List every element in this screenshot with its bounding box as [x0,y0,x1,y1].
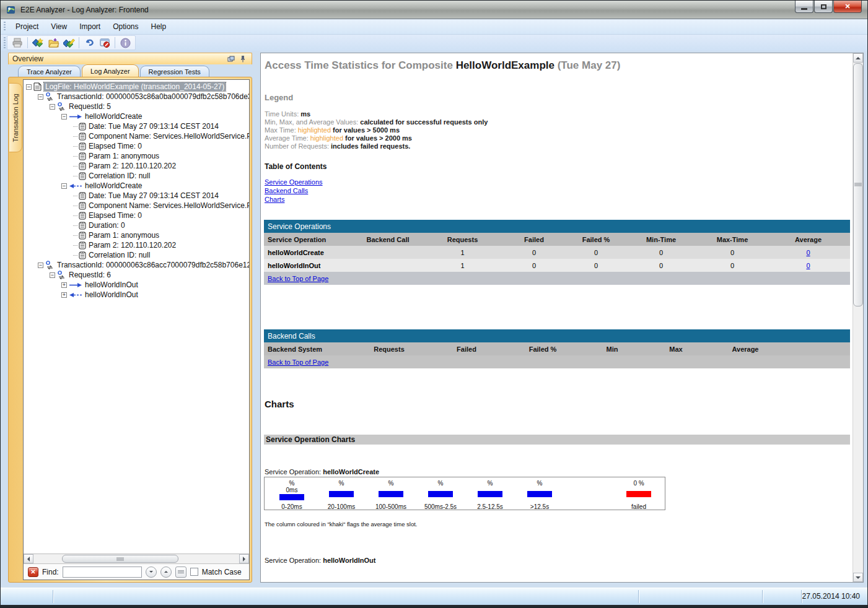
float-window-icon[interactable] [226,54,236,63]
tree-row[interactable]: Elapsed Time: 0 [26,141,249,151]
doc-icon [79,212,86,220]
undo-icon[interactable] [82,36,96,50]
report-vertical-scrollbar[interactable] [853,53,863,582]
tab-regression-tests[interactable]: Regression Tests [140,66,209,77]
tree-horizontal-scrollbar[interactable] [24,554,249,563]
tree-row[interactable]: Date: Tue May 27 09:13:14 CEST 2014 [26,121,249,131]
tree-row[interactable]: −TransactionId: 000000063c86acc7000079df… [26,260,249,270]
tree-row[interactable]: Param 1: anonymous [26,230,249,240]
table-cell: 0 [698,259,766,272]
chart-1-title: Service Operation: helloWorldCreate [265,468,379,476]
toc-link-backend-calls[interactable]: Backend Calls [265,187,323,194]
chart-column-2.5-12.5s: %2.5-12.5s [465,477,515,511]
chart-bar [626,491,651,497]
menu-item-options[interactable]: Options [107,20,144,33]
scroll-thumb[interactable] [853,63,863,306]
analyzer-run-icon[interactable] [31,36,45,50]
table-cell: 0 [698,246,766,259]
report-content: Access Time Statistics for Composite Hel… [261,53,853,582]
find-previous-icon[interactable] [160,567,172,578]
tree-row[interactable]: −LogFile: HelloWorldExample (transaction… [26,82,249,92]
tree-row[interactable]: −TransactionId: 000000053c86a0ba000079df… [26,92,249,102]
tree-expander-icon[interactable]: − [38,94,43,100]
scroll-right-icon[interactable] [239,554,249,563]
workspace: Overview Trace AnalyzerLog AnalyzerRegre… [1,51,867,587]
scroll-left-icon[interactable] [24,554,33,563]
average-link[interactable]: 0 [806,249,810,256]
back-to-top-link[interactable]: Back to Top of Page [268,358,328,366]
table-row: helloWorldCreate100000 [264,246,850,259]
tree-node-label: helloWorldCreate [85,112,142,121]
transaction-log-side-tab[interactable]: Transaction Log [9,83,22,152]
scroll-down-icon[interactable] [853,573,863,582]
arrow-left-icon [69,292,82,298]
table-cell: 0 [568,259,624,272]
scroll-thumb[interactable] [62,555,178,563]
chart-bar [279,494,304,500]
open-log-icon[interactable] [46,36,60,50]
analyzer-edit-icon[interactable] [62,36,76,50]
legend-text: Average Time: [265,134,310,142]
info-icon[interactable] [118,36,132,50]
find-next-icon[interactable] [146,567,157,578]
minimize-button[interactable] [795,1,813,13]
match-case-checkbox[interactable] [190,568,198,576]
toc-link-charts[interactable]: Charts [265,196,323,203]
highlight-all-icon[interactable] [175,567,186,578]
tree-row[interactable]: Correlation ID: null [26,250,249,260]
restore-button[interactable] [814,1,833,13]
column-header: Requests [351,342,427,355]
tree-row[interactable]: Duration: 0 [26,220,249,230]
tree-row[interactable]: −helloWorldCreate [26,111,249,121]
backend-calls-table: Backend CallsBackend SystemRequestsFaile… [264,329,850,368]
tree-row[interactable]: +helloWorldInOut [26,280,249,290]
tree-row[interactable]: Param 2: 120.110.120.202 [26,161,249,171]
tree-row[interactable]: +helloWorldInOut [26,290,249,300]
doc-icon [79,251,86,259]
toc-link-service-operations[interactable]: Service Operations [265,178,323,186]
tree-expander-icon[interactable]: − [50,104,55,110]
menu-item-help[interactable]: Help [145,20,173,33]
tree-row[interactable]: Date: Tue May 27 09:13:14 CEST 2014 [26,191,249,201]
tree-row[interactable]: Component Name: Services.HelloWorldServi… [26,131,249,141]
chart-column-0-20ms: %0ms0-20ms [267,477,317,511]
tree-row[interactable]: Param 2: 120.110.120.202 [26,240,249,250]
close-button[interactable]: ✕ [833,1,862,13]
table-cell [351,246,425,259]
request-icon [57,271,66,279]
tree-expander-icon[interactable]: + [61,282,67,288]
tree-row[interactable]: Param 1: anonymous [26,151,249,161]
printer-icon[interactable] [11,36,24,50]
find-input[interactable] [63,567,142,578]
chart-percent-label: % [317,480,366,487]
tree-expander-icon[interactable]: + [61,292,67,298]
tree-row[interactable]: Elapsed Time: 0 [26,211,249,220]
table-cell: helloWorldInOut [264,259,351,272]
tree-row[interactable]: −helloWorldCreate [26,181,249,191]
tab-log-analyzer[interactable]: Log Analyzer [82,64,139,77]
column-header-row: Backend SystemRequestsFailedFailed %MinM… [264,342,850,355]
menu-item-import[interactable]: Import [73,20,107,33]
find-close-button[interactable]: ✕ [28,567,38,577]
screen-capture-icon[interactable] [98,36,112,50]
tree-node-label: Param 2: 120.110.120.202 [89,241,176,250]
tree-expander-icon[interactable]: − [61,114,67,119]
scroll-up-icon[interactable] [853,53,863,63]
table-cell: helloWorldCreate [264,246,351,259]
back-to-top-link[interactable]: Back to Top of Page [268,275,328,282]
overview-panel-body: Transaction Log −LogFile: HelloWorldExam… [8,77,252,583]
tree-expander-icon[interactable]: − [50,272,55,278]
chart-column-500ms-2.5s: %500ms-2.5s [416,477,465,511]
tree-expander-icon[interactable]: − [61,183,67,189]
pin-icon[interactable] [238,54,248,63]
menu-item-project[interactable]: Project [9,20,45,33]
tab-trace-analyzer[interactable]: Trace Analyzer [18,66,81,77]
menu-item-view[interactable]: View [45,20,73,33]
average-link[interactable]: 0 [806,262,810,269]
tree-row[interactable]: −RequestId: 5 [26,102,249,111]
tree-row[interactable]: −RequestId: 6 [26,270,249,280]
tree-row[interactable]: Correlation ID: null [26,171,249,181]
tree-expander-icon[interactable]: − [38,263,43,268]
tree-expander-icon[interactable]: − [26,84,32,90]
tree-row[interactable]: Component Name: Services.HelloWorldServi… [26,201,249,211]
